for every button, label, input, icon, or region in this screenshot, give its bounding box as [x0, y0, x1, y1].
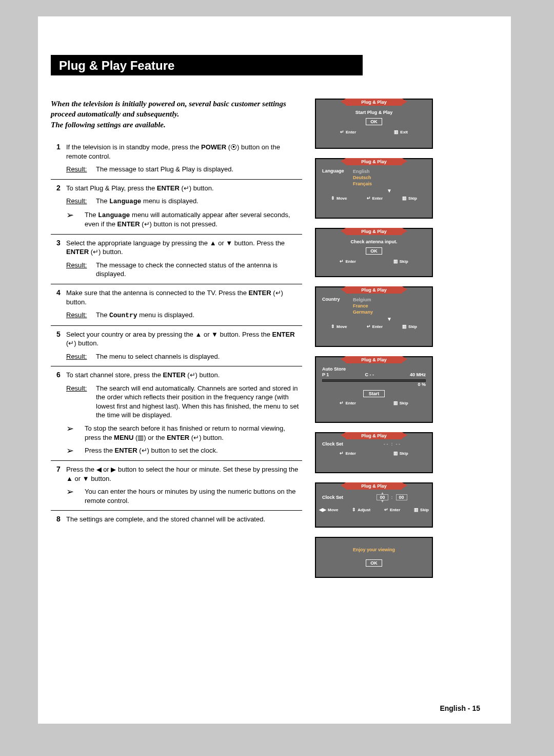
clock-min: - - — [396, 441, 401, 447]
hint-adjust: ⇕Adjust — [352, 507, 370, 512]
clock-hour: - - — [384, 441, 388, 447]
auto-c: C - - — [365, 372, 374, 377]
osd-tab: Plug & Play — [346, 356, 402, 363]
osd-tab: Plug & Play — [346, 99, 402, 106]
country-option[interactable]: Germany — [353, 309, 426, 315]
step-number: 5 — [51, 330, 66, 361]
hint-enter: ↵Enter — [340, 400, 355, 405]
osd-tab: Plug & Play — [346, 432, 402, 439]
osd-enjoy: Enjoy your viewing OK — [315, 537, 433, 578]
osd-autostore: Plug & Play Auto Store P 1 C - - 40 MHz … — [315, 356, 433, 423]
page-title: Plug & Play Feature — [51, 55, 363, 75]
manual-page: Plug & Play Feature When the television … — [38, 16, 522, 724]
step-body: Select your country or area by pressing … — [66, 330, 302, 361]
osd-clock-edit: Plug & Play Clock Set ▲ 00 ▼ : 00 ◀▶Move… — [315, 482, 433, 528]
page-number: English - 15 — [440, 704, 480, 712]
hint-enter: ↵Enter — [367, 324, 383, 329]
note-arrow-icon: ➢ — [66, 210, 85, 220]
hint-move: ⇕Move — [331, 324, 347, 329]
intro-text: When the television is initially powered… — [51, 99, 292, 130]
start-button[interactable]: Start — [363, 390, 385, 397]
clock-min-box[interactable]: 00 — [396, 494, 407, 500]
more-icon: ▼ — [353, 315, 426, 322]
step-body: To start Plug & Play, press the ENTER (↵… — [66, 184, 302, 229]
auto-pct: 0 % — [322, 382, 426, 387]
ok-button[interactable]: OK — [366, 559, 382, 567]
osd-clock-blank: Plug & Play Clock Set - - : - - ↵Enter ▥… — [315, 432, 433, 473]
clockset-label: Clock Set — [322, 441, 358, 447]
hint-skip: ▥Skip — [393, 400, 408, 405]
hint-skip: ▥Skip — [402, 196, 417, 201]
step: 4Make sure that the antenna is connected… — [51, 284, 302, 326]
step-number: 7 — [51, 465, 66, 505]
enjoy-msg: Enjoy your viewing — [316, 538, 432, 556]
autostore-title: Auto Store — [322, 366, 426, 372]
lang-option[interactable]: English — [353, 168, 426, 175]
hint-skip: ▥Skip — [393, 259, 408, 264]
hint-move: ⇕Move — [331, 196, 347, 201]
osd-language: Plug & Play Language English Deutsch Fra… — [315, 158, 433, 219]
country-option[interactable]: France — [353, 303, 426, 309]
hint-enter: ↵Enter — [340, 259, 355, 264]
step-number: 6 — [51, 371, 66, 455]
auto-freq: 40 MHz — [410, 372, 426, 377]
osd-column: Plug & Play Start Plug & Play OK ↵Enter … — [315, 99, 433, 587]
ok-button[interactable]: OK — [366, 247, 382, 255]
osd-tab: Plug & Play — [346, 158, 402, 165]
country-label: Country — [322, 297, 353, 322]
osd-country: Plug & Play Country Belgium France Germa… — [315, 286, 433, 347]
step-body: Make sure that the antenna is connected … — [66, 288, 302, 320]
osd-tab: Plug & Play — [346, 482, 402, 490]
step-body: If the television is in standby mode, pr… — [66, 143, 302, 174]
hint-enter: ↵Enter — [367, 196, 383, 201]
lang-option[interactable]: Français — [353, 181, 426, 187]
step: 5Select your country or area by pressing… — [51, 326, 302, 367]
auto-p: P 1 — [322, 372, 329, 377]
more-icon: ▼ — [353, 187, 426, 193]
language-label: Language — [322, 168, 353, 193]
step: 3Select the appropriate language by pres… — [51, 235, 302, 284]
step-number: 2 — [51, 184, 66, 229]
hint-enter: ↵Enter — [340, 451, 355, 456]
antenna-msg: Check antenna input. — [322, 239, 426, 244]
osd-antenna: Plug & Play Check antenna input. OK ↵Ent… — [315, 228, 433, 277]
step: 8The settings are complete, and the stor… — [51, 511, 302, 529]
osd-tab: Plug & Play — [346, 228, 402, 235]
step-number: 8 — [51, 515, 66, 524]
step-body: Press the ◀ or ▶ button to select the ho… — [66, 465, 302, 505]
up-down-icon[interactable]: ▲ 00 ▼ — [377, 492, 388, 503]
step-number: 3 — [51, 239, 66, 279]
step-body: The settings are complete, and the store… — [66, 515, 302, 524]
step-body: Select the appropriate language by press… — [66, 239, 302, 279]
note-arrow-icon: ➢ — [66, 424, 85, 433]
steps-list: 1If the television is in standby mode, p… — [51, 139, 302, 529]
step: 2To start Plug & Play, press the ENTER (… — [51, 180, 302, 235]
hint-enter: ↵Enter — [340, 129, 356, 134]
step: 7Press the ◀ or ▶ button to select the h… — [51, 461, 302, 511]
step-number: 4 — [51, 288, 66, 320]
hint-skip: ▥Skip — [393, 451, 408, 456]
ok-button[interactable]: OK — [366, 118, 382, 125]
country-option[interactable]: Belgium — [353, 297, 426, 303]
step: 6To start channel store, press the ENTER… — [51, 366, 302, 461]
lang-option[interactable]: Deutsch — [353, 175, 426, 181]
osd-tab: Plug & Play — [346, 286, 402, 294]
step-body: To start channel store, press the ENTER … — [66, 371, 302, 455]
note-arrow-icon: ➢ — [66, 487, 85, 496]
step-number: 1 — [51, 143, 66, 174]
hint-skip: ▥Skip — [414, 507, 429, 512]
osd-start: Plug & Play Start Plug & Play OK ↵Enter … — [315, 99, 433, 149]
step: 1If the television is in standby mode, p… — [51, 139, 302, 180]
hint-enter: ↵Enter — [384, 507, 400, 512]
hint-exit: ▥Exit — [394, 129, 408, 134]
hint-skip: ▥Skip — [402, 324, 417, 329]
hint-move: ◀▶Move — [319, 507, 338, 512]
clockset-label: Clock Set — [322, 495, 358, 500]
osd-start-msg: Start Plug & Play — [322, 110, 426, 115]
note-arrow-icon: ➢ — [66, 446, 85, 455]
